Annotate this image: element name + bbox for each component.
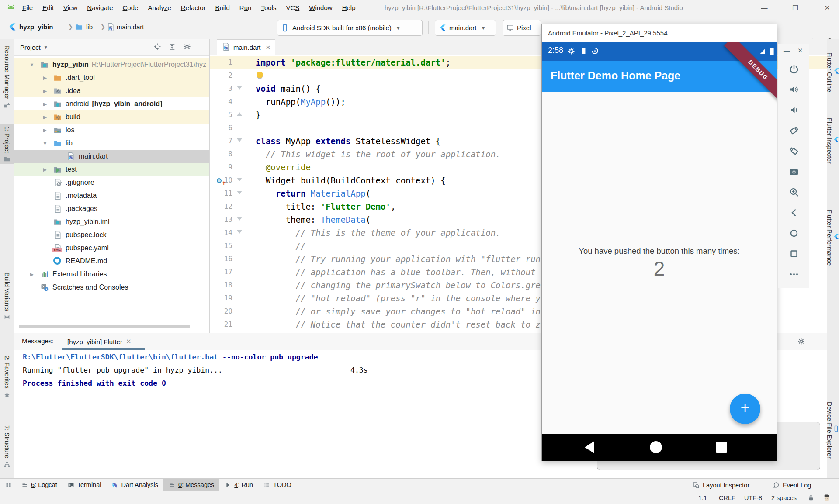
close-tab-icon[interactable]: ✕ — [266, 44, 271, 51]
tool-window-button-4-run[interactable]: 4: Run — [219, 479, 258, 491]
tool-window-button-event-log[interactable]: Event Log — [773, 479, 811, 491]
tool-window-tab-resource-manager[interactable]: Resource Manager — [0, 44, 14, 110]
gear-icon[interactable] — [797, 338, 805, 345]
chevron-right-icon[interactable]: ▶ — [42, 75, 48, 81]
emulator-rotate-right-button[interactable] — [789, 146, 799, 156]
hide-panel-icon[interactable]: — — [198, 43, 205, 52]
nav-back-button[interactable] — [585, 441, 594, 453]
fold-toggle-icon[interactable] — [237, 112, 242, 116]
hide-panel-icon[interactable]: — — [815, 338, 821, 345]
emulator-rotate-left-button[interactable] — [789, 125, 799, 136]
nav-overview-button[interactable] — [716, 442, 727, 453]
tab-flutter-messages[interactable]: [hyzp_yibin] Flutter ✕ — [62, 333, 136, 350]
minimize-emulator-icon[interactable]: — — [784, 47, 790, 54]
fold-toggle-icon[interactable] — [237, 191, 242, 194]
menu-view[interactable]: View — [59, 0, 82, 16]
status-crlf[interactable]: CRLF — [719, 491, 735, 504]
chevron-right-icon[interactable]: ▶ — [42, 128, 48, 133]
maximize-window-icon[interactable]: ❐ — [790, 3, 801, 13]
tool-window-button-layout-inspector[interactable]: Layout Inspector — [693, 479, 749, 491]
fold-toggle-icon[interactable] — [237, 230, 242, 234]
tree-item-hyzp-yibin-iml[interactable]: hyzp_yibin.iml — [14, 215, 210, 228]
fold-toggle-icon[interactable] — [237, 138, 242, 142]
menu-tools[interactable]: Tools — [256, 0, 281, 16]
tree-item-hyzp-yibin[interactable]: ▼hyzp_yibinR:\FlutterProject\FlutterProj… — [14, 58, 210, 71]
tree-item-test[interactable]: ▶test — [14, 163, 210, 176]
tool-window-tab-flutter-inspector[interactable]: Flutter Inspector — [827, 118, 839, 164]
fold-toggle-icon[interactable] — [237, 178, 242, 181]
tree-item-readme-md[interactable]: README.md — [14, 255, 210, 268]
tree-item-ios[interactable]: ▶ios — [14, 124, 210, 137]
menu-build[interactable]: Build — [210, 0, 234, 16]
menu-refactor[interactable]: Refactor — [176, 0, 211, 16]
device-selector-dropdown[interactable]: Android SDK built for x86 (mobile)▼ — [277, 20, 423, 36]
emulator-power-button[interactable] — [789, 64, 799, 74]
emulator-overview-button[interactable] — [789, 249, 799, 259]
tab-main-dart[interactable]: main.dart ✕ — [217, 39, 275, 55]
close-window-icon[interactable]: ✕ — [822, 3, 832, 13]
chevron-right-icon[interactable]: ▶ — [29, 272, 35, 277]
collapse-all-icon[interactable] — [168, 43, 176, 52]
intention-bulb-icon[interactable] — [257, 72, 263, 78]
status-utf-8[interactable]: UTF-8 — [744, 491, 762, 504]
run-configuration-dropdown[interactable]: main.dart▼ — [435, 20, 496, 36]
chevron-right-icon[interactable]: ▶ — [42, 114, 48, 120]
tree-item-android[interactable]: ▶android[hyzp_yibin_android] — [14, 97, 210, 110]
tool-window-tab-flutter-outline[interactable]: Flutter Outline — [827, 52, 839, 92]
tool-window-tab-2-favorites[interactable]: 2: Favorites — [0, 354, 14, 400]
emulator-volume-up-button[interactable] — [789, 84, 799, 95]
minimize-window-icon[interactable]: — — [759, 3, 770, 13]
emulator-zoom-button[interactable] — [789, 187, 799, 197]
fold-toggle-icon[interactable] — [237, 217, 242, 221]
tree-item-scratches-and-consoles[interactable]: Scratches and Consoles — [14, 281, 210, 294]
menu-navigate[interactable]: Navigate — [82, 0, 118, 16]
console-line[interactable]: R:\Flutter\FlutterSDK\flutter\bin\flutte… — [23, 351, 318, 364]
project-panel-header[interactable]: Project ▼ — — [14, 39, 210, 56]
tool-window-tab-build-variants[interactable]: Build Variants — [0, 271, 14, 322]
tool-window-button-todo[interactable]: TODO — [258, 479, 297, 491]
menu-run[interactable]: Run — [235, 0, 257, 16]
tree-item-main-dart[interactable]: main.dart — [14, 150, 210, 163]
tool-window-tab-device-file-explorer[interactable]: Device File Explorer — [827, 402, 839, 459]
status-2-spaces[interactable]: 2 spaces — [771, 491, 797, 504]
override-marker-icon[interactable]: ↑ — [217, 178, 225, 184]
tree-item-pubspec-lock[interactable]: pubspec.lock — [14, 228, 210, 242]
emulator-camera-button[interactable] — [789, 166, 799, 177]
breadcrumb-lib[interactable]: lib — [86, 23, 93, 31]
emulator-volume-down-button[interactable] — [789, 105, 799, 115]
emulator-more-button[interactable] — [789, 269, 799, 280]
emulator-home-button[interactable] — [789, 228, 799, 238]
tree-item-build[interactable]: ▶build — [14, 110, 210, 124]
close-tab-icon[interactable]: ✕ — [126, 338, 132, 345]
tool-window-grid-icon[interactable] — [5, 482, 12, 488]
tool-window-button-6-logcat[interactable]: 6: Logcat — [16, 479, 62, 491]
tool-window-tab-flutter-performance[interactable]: Flutter Performance — [827, 210, 839, 266]
breadcrumb-project[interactable]: hyzp_yibin — [19, 23, 53, 31]
tree-item-pubspec-yaml[interactable]: YMLpubspec.yaml — [14, 242, 210, 255]
menu-edit[interactable]: Edit — [38, 0, 59, 16]
chevron-right-icon[interactable]: ▶ — [42, 88, 48, 94]
emulator-title-bar[interactable]: Android Emulator - Pixel_2_API_29:5554 — [542, 24, 777, 42]
menu-window[interactable]: Window — [304, 0, 337, 16]
tree-item--gitignore[interactable]: .gitignore — [14, 176, 210, 189]
breadcrumb-file[interactable]: main.dart — [117, 23, 144, 31]
tree-item--dart-tool[interactable]: ▶.dart_tool — [14, 71, 210, 84]
menu-help[interactable]: Help — [337, 0, 361, 16]
chevron-down-icon[interactable]: ▼ — [42, 141, 48, 146]
chevron-down-icon[interactable]: ▼ — [29, 62, 35, 67]
chevron-right-icon[interactable]: ▶ — [42, 167, 48, 173]
emulator-back-button[interactable] — [789, 207, 799, 218]
tool-window-button-dart-analysis[interactable]: Dart Analysis — [106, 479, 163, 491]
tool-window-button-0-messages[interactable]: 0: Messages — [163, 479, 219, 491]
tree-item--packages[interactable]: .packages — [14, 202, 210, 215]
tree-item--idea[interactable]: ▶.idea — [14, 84, 210, 97]
menu-vcs[interactable]: VCS — [281, 0, 304, 16]
emulator-screen[interactable]: 2:58 Flutter Demo Home Page DEBUG You ha… — [542, 42, 777, 461]
horizontal-scrollbar[interactable] — [19, 325, 190, 328]
locate-file-icon[interactable] — [153, 43, 161, 52]
menu-code[interactable]: Code — [118, 0, 143, 16]
menu-file[interactable]: File — [17, 0, 38, 16]
tool-window-button-terminal[interactable]: Terminal — [62, 479, 107, 491]
chevron-right-icon[interactable]: ▶ — [42, 101, 48, 107]
tree-item-lib[interactable]: ▼lib — [14, 137, 210, 150]
